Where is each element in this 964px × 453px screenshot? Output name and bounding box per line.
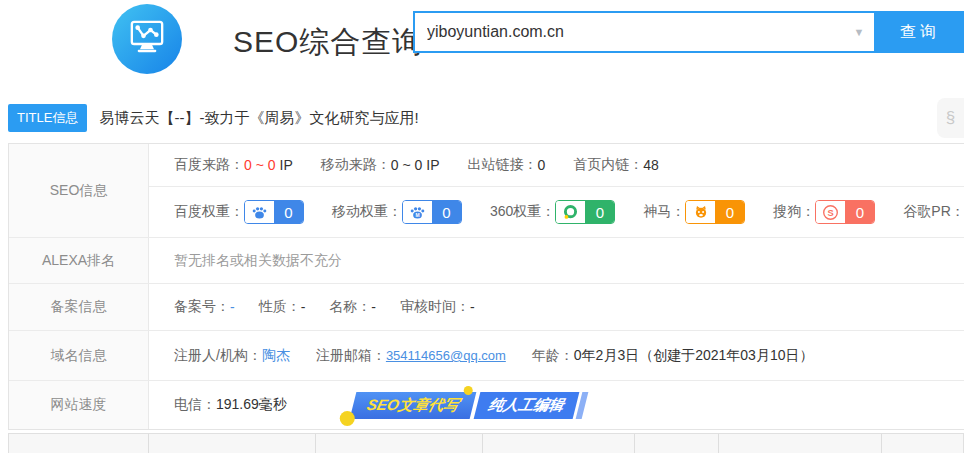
chevron-down-icon[interactable]: ▼ [844, 13, 874, 51]
baidu-traffic: 百度来路： 0 ~ 0 IP [174, 156, 293, 174]
section-label-speed: 网站速度 [9, 381, 149, 429]
table-header-cell [483, 434, 635, 453]
ad-dot-big [340, 411, 355, 426]
alexa-value: 暂无排名或相关数据不充分 [174, 252, 342, 270]
shenma-weight: 神马： 0 [643, 200, 745, 224]
baidu-mobile-paw-icon: M [403, 201, 432, 223]
section-label-icp: 备案信息 [9, 284, 149, 330]
title-bar: TITLE信息 易博云天【--】-致力于《周易》文化研究与应用! [8, 104, 419, 132]
weights-line: 百度权重： 0 移动权重： [149, 186, 964, 237]
svg-text:M: M [415, 212, 419, 217]
registrant: 注册人/机构： 陶杰 [174, 347, 290, 365]
telecom-speed: 电信： 191.69毫秒 [174, 396, 287, 414]
360-weight-badge[interactable]: 0 [555, 200, 615, 224]
sogou-s-icon: S [816, 201, 845, 223]
icp-name: 名称： - [329, 298, 376, 316]
ad-right-label: 纯人工编辑 [473, 392, 579, 419]
ad-dot-small [463, 386, 472, 395]
baidu-weight: 百度权重： 0 [174, 200, 304, 224]
traffic-line: 百度来路： 0 ~ 0 IP 移动来路： 0 ~ 0 IP 出站链接： 0 [149, 144, 964, 186]
header: SEO综合查询 ▼ 查 询 [0, 0, 964, 92]
seo-query-page: SEO综合查询 ▼ 查 询 TITLE信息 易博云天【--】-致力于《周易》文化… [0, 0, 964, 453]
table-header-cell [719, 434, 882, 453]
page-title: SEO综合查询 [233, 22, 423, 63]
register-email: 注册邮箱： 354114656@qq.com [316, 347, 506, 365]
section-label-domain: 域名信息 [9, 331, 149, 380]
section-label-alexa: ALEXA排名 [9, 238, 149, 283]
title-info-badge: TITLE信息 [8, 104, 87, 132]
seo-info-content: 百度来路： 0 ~ 0 IP 移动来路： 0 ~ 0 IP 出站链接： 0 [149, 144, 964, 237]
search-bar: ▼ 查 询 [413, 11, 964, 53]
360-weight: 360权重： 0 [490, 200, 615, 224]
alexa-row: ALEXA排名 暂无排名或相关数据不充分 [9, 237, 964, 283]
app-logo [112, 4, 182, 74]
mobile-weight-badge[interactable]: M 0 [402, 200, 462, 224]
seo-writing-ad-banner[interactable]: SEO文章代写 纯人工编辑 [349, 392, 587, 419]
domain-info-row: 域名信息 注册人/机构： 陶杰 注册邮箱： 354114656@qq.com 年… [9, 330, 964, 380]
baidu-weight-badge[interactable]: 0 [244, 200, 304, 224]
icp-audit-time: 审核时间： - [400, 298, 475, 316]
homepage-links: 首页内链： 48 [573, 156, 659, 174]
baidu-traffic-value: 0 ~ 0 [244, 157, 276, 173]
domain-age: 年龄： 0年2月3日（创建于2021年03月10日） [532, 347, 814, 365]
icp-nature: 性质： - [259, 298, 306, 316]
outbound-links: 出站链接： 0 [468, 156, 546, 174]
ad-left-label: SEO文章代写 [349, 392, 475, 419]
mobile-traffic-value: 0 ~ 0 [391, 157, 423, 173]
mobile-weight: 移动权重： M 0 [332, 200, 462, 224]
telecom-speed-value: 191.69毫秒 [216, 396, 287, 414]
site-title-text: 易博云天【--】-致力于《周易》文化研究与应用! [99, 109, 418, 128]
seo-info-row: SEO信息 百度来路： 0 ~ 0 IP 移动来路： 0 ~ 0 IP 出站链接… [9, 144, 964, 237]
icp-number: 备案号： - [174, 298, 235, 316]
shenma-weight-badge[interactable]: 0 [685, 200, 745, 224]
search-input[interactable] [415, 13, 844, 51]
side-widget-button[interactable]: § [937, 98, 964, 138]
icp-number-value[interactable]: - [230, 299, 235, 315]
baidu-paw-icon [245, 201, 274, 223]
email-link[interactable]: 354114656@qq.com [386, 348, 506, 363]
table-header-cell [316, 434, 483, 453]
site-speed-row: 网站速度 电信： 191.69毫秒 SEO文章代写 纯人工编辑 [9, 380, 964, 429]
svg-text:S: S [828, 207, 834, 217]
next-section-table-header [8, 433, 964, 453]
table-header-cell [149, 434, 316, 453]
table-header-cell [9, 434, 149, 453]
360-ring-icon [556, 201, 585, 223]
line-chart-monitor-icon [126, 17, 168, 61]
homepage-links-value: 48 [643, 157, 659, 173]
google-pr: 谷歌PR： g + 0 [903, 200, 964, 224]
sogou-weight-badge[interactable]: S 0 [815, 200, 875, 224]
mobile-traffic: 移动来路： 0 ~ 0 IP [321, 156, 440, 174]
section-label-seo: SEO信息 [9, 144, 149, 237]
outbound-links-value: 0 [538, 157, 546, 173]
squiggle-handle-icon: § [946, 108, 955, 128]
table-header-cell [882, 434, 963, 453]
registrant-link[interactable]: 陶杰 [262, 347, 290, 365]
sogou-weight: 搜狗： S 0 [773, 200, 875, 224]
query-button[interactable]: 查 询 [874, 13, 962, 51]
shenma-cat-icon [686, 201, 715, 223]
seo-info-table: SEO信息 百度来路： 0 ~ 0 IP 移动来路： 0 ~ 0 IP 出站链接… [8, 143, 964, 430]
domain-age-value: 0年2月3日（创建于2021年03月10日） [574, 347, 814, 365]
table-header-cell [635, 434, 719, 453]
icp-row: 备案信息 备案号： - 性质： - 名称： - [9, 283, 964, 330]
